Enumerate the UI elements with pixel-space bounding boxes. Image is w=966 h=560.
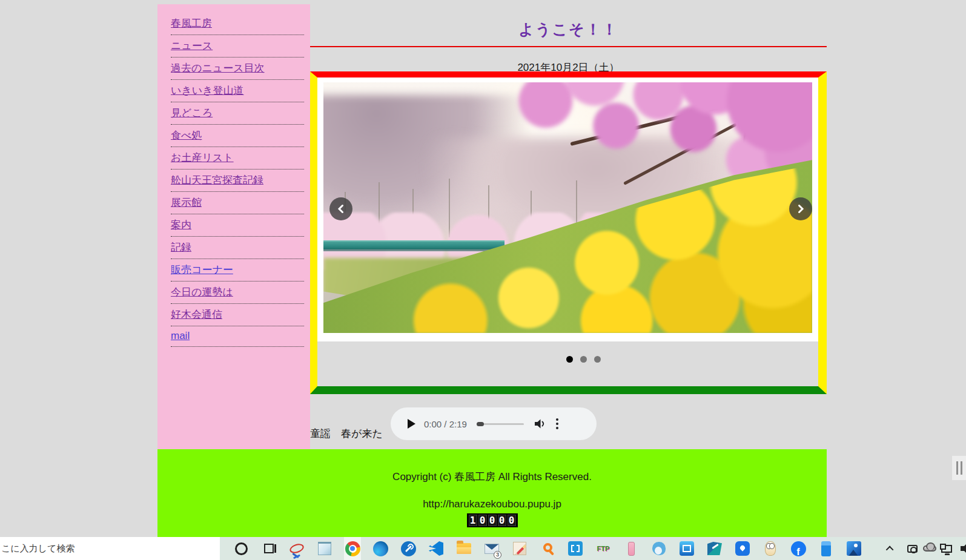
sidebar-link-sales-corner[interactable]: 販売コーナー [171, 264, 233, 275]
sidebar-link-funayama-survey[interactable]: 舩山天王宮探査記録 [171, 174, 263, 186]
tray-chevron-up-icon[interactable] [888, 537, 893, 560]
penguin-app-icon[interactable] [762, 537, 779, 560]
sidebar-item: 記録 [171, 238, 304, 259]
sidebar-item: 過去のニュース目次 [171, 59, 304, 80]
sidebar-link-todays-fortune[interactable]: 今日の運勢は [171, 286, 233, 298]
sidebar-nav: 春風工房 ニュース 過去のニュース目次 いきいき登山道 見どころ 食べ処 お土産… [157, 4, 310, 347]
camera-tray-icon[interactable] [907, 537, 918, 560]
bird-app-icon[interactable] [650, 537, 667, 560]
speaker-tray-icon[interactable] [961, 537, 964, 560]
wrench-app-icon[interactable] [400, 537, 417, 560]
sidebar-item: 食べ処 [171, 126, 304, 147]
carousel-dot-2[interactable] [580, 356, 587, 363]
sidebar-item: 春風工房 [171, 14, 304, 35]
visitor-counter: 1 0 0 0 0 [467, 513, 518, 527]
sidebar: 春風工房 ニュース 過去のニュース目次 いきいき登山道 見どころ 食べ処 お土産… [157, 4, 310, 449]
magnifier-app-icon[interactable] [539, 537, 556, 560]
sidebar-item: 販売コーナー [171, 260, 304, 282]
sidebar-item: いきいき登山道 [171, 81, 304, 102]
taskbar-icons: 3 FTP f [233, 537, 862, 560]
counter-digit: 0 [498, 515, 506, 526]
sidebar-item: 案内 [171, 216, 304, 237]
sidebar-item: mail [171, 328, 304, 347]
copyright-text: Copyright (c) 春風工房 All Rights Reserved. [157, 470, 827, 484]
red-divider [310, 46, 827, 47]
taskbar-search-input[interactable]: こに入力して検索 [0, 537, 220, 560]
carousel-next-button[interactable] [789, 197, 812, 220]
audio-player[interactable]: 0:00 / 2:19 [391, 407, 597, 440]
sidebar-link-guide[interactable]: 案内 [171, 219, 191, 231]
sidebar-link-past-news[interactable]: 過去のニュース目次 [171, 62, 265, 74]
chat-app-icon[interactable] [734, 537, 751, 560]
display-tray-icon[interactable] [941, 537, 952, 560]
photos-alt-icon[interactable] [845, 537, 862, 560]
brackets-app-icon[interactable] [567, 537, 584, 560]
pencil-app-icon[interactable] [511, 537, 528, 560]
sidebar-link-koubokukai-news[interactable]: 好木会通信 [171, 309, 222, 320]
sidebar-link-records[interactable]: 記録 [171, 242, 191, 253]
sidebar-item: 今日の運勢は [171, 283, 304, 304]
chevron-right-icon [796, 204, 805, 214]
sidebar-link-news[interactable]: ニュース [171, 40, 213, 51]
photos-app-icon[interactable] [678, 537, 695, 560]
taskbar: こに入力して検索 3 FTP f [0, 537, 966, 560]
sidebar-link-eateries[interactable]: 食べ処 [171, 130, 202, 141]
carousel-dot-3[interactable] [594, 356, 601, 363]
site-url: http://harukazekoubou.pupu.jp [157, 498, 827, 510]
chevron-left-icon [337, 204, 345, 214]
carousel-dot-1[interactable] [566, 356, 573, 363]
sidebar-link-exhibition-hall[interactable]: 展示館 [171, 197, 202, 208]
cortana-icon[interactable] [233, 537, 250, 560]
sidebar-item: 舩山天王宮探査記録 [171, 171, 304, 192]
volume-icon[interactable] [535, 419, 546, 429]
notepad-icon[interactable] [316, 537, 333, 560]
counter-digit: 0 [488, 515, 497, 526]
scroll-handle[interactable] [952, 456, 966, 480]
carousel-prev-button[interactable] [329, 197, 352, 220]
photo-carousel [310, 71, 827, 394]
facebook-icon[interactable]: f [790, 537, 807, 560]
tools-app-icon[interactable] [706, 537, 723, 560]
your-phone-icon[interactable] [818, 537, 835, 560]
mail-icon[interactable]: 3 [483, 537, 500, 560]
edge-icon[interactable] [372, 537, 389, 560]
sidebar-link-mountain-trail[interactable]: いきいき登山道 [171, 85, 244, 96]
audio-seek-slider[interactable] [477, 423, 524, 425]
snipping-tool-icon[interactable] [288, 537, 305, 560]
sidebar-item: 展示館 [171, 193, 304, 214]
chrome-icon[interactable] [344, 537, 361, 560]
photo-bridge [323, 240, 505, 249]
sidebar-link-mail[interactable]: mail [171, 330, 190, 341]
file-explorer-icon[interactable] [455, 537, 472, 560]
phone-app-icon[interactable] [623, 537, 640, 560]
sidebar-item: 見どころ [171, 104, 304, 125]
sidebar-item: 好木会通信 [171, 305, 304, 326]
counter-digit: 1 [469, 515, 477, 526]
sidebar-item: ニュース [171, 36, 304, 58]
footer: Copyright (c) 春風工房 All Rights Reserved. … [157, 449, 827, 537]
mail-badge: 3 [494, 551, 501, 559]
onedrive-cloud-icon[interactable] [923, 537, 936, 560]
photo-frame [317, 77, 818, 341]
audio-menu-icon[interactable] [555, 417, 560, 430]
carousel-dots [566, 356, 601, 363]
ftp-app-icon[interactable]: FTP [595, 537, 612, 560]
carousel-image [323, 82, 812, 333]
task-view-icon[interactable] [260, 537, 277, 560]
play-icon[interactable] [408, 419, 415, 429]
vscode-icon[interactable] [428, 537, 445, 560]
audio-time: 0:00 / 2:19 [424, 419, 467, 429]
sidebar-link-souvenir-list[interactable]: お土産リスト [171, 152, 234, 163]
page-title: ようこそ！！ [310, 19, 827, 39]
sidebar-item: お土産リスト [171, 148, 304, 170]
search-placeholder: こに入力して検索 [1, 543, 74, 555]
song-caption: 童謡 春が来た [310, 427, 383, 441]
counter-digit: 0 [508, 515, 516, 526]
counter-digit: 0 [478, 515, 487, 526]
sidebar-link-highlights[interactable]: 見どころ [171, 107, 213, 119]
sidebar-link-harukaze-koubou[interactable]: 春風工房 [171, 18, 212, 29]
